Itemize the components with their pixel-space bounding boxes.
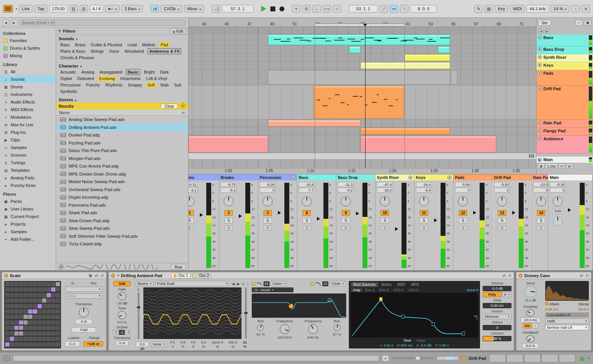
scale-cell[interactable] <box>19 282 23 286</box>
peak-level-value[interactable]: -0.30 <box>550 182 566 187</box>
gain-value[interactable]: -20 dB <box>117 301 127 305</box>
filter-tag-arpeggiated[interactable]: Arpeggiated <box>99 69 123 75</box>
fold-icon[interactable]: ▾ <box>538 35 542 39</box>
next-marker-icon[interactable]: ▶ <box>545 29 550 34</box>
track-header-rain-pad[interactable]: ▾Rain Pad <box>537 120 593 128</box>
wavetable-category-select[interactable]: Basics▾ <box>136 281 154 286</box>
zoom-height-button[interactable]: H <box>558 163 565 169</box>
scale-cell[interactable] <box>56 331 60 336</box>
scale-cell[interactable] <box>33 342 37 347</box>
scale-cell[interactable] <box>14 326 19 330</box>
scale-cell[interactable] <box>5 331 9 336</box>
tab-lfo-1[interactable]: LFO 1 <box>391 288 406 292</box>
peak-level-value[interactable]: -5.84 <box>455 182 471 187</box>
fold-icon[interactable]: ▾ <box>538 47 542 51</box>
decay-param[interactable]: Decay <box>579 302 589 306</box>
envelope-display[interactable] <box>351 293 478 337</box>
sidebar-item-audio-effects[interactable]: ∿Audio Effects <box>0 98 56 106</box>
edit-filters-button[interactable]: ▤ Edit <box>170 28 186 34</box>
filter-tag-basic[interactable]: Basic <box>126 69 140 75</box>
scale-cell[interactable] <box>14 342 19 347</box>
clip[interactable] <box>404 54 450 61</box>
clear-filters-button[interactable]: Clear <box>160 104 178 109</box>
track-lane-synth-riser[interactable] <box>188 54 536 62</box>
scale-cell[interactable] <box>10 287 14 292</box>
clip[interactable] <box>188 136 268 152</box>
pan-knob[interactable] <box>536 196 546 206</box>
re-enable-automation-button[interactable]: ○ <box>333 5 341 13</box>
scale-cell[interactable] <box>38 287 42 292</box>
nudge-down-button[interactable]: ||| <box>69 5 78 13</box>
solo-button[interactable]: S <box>537 218 545 223</box>
filter-routing-select[interactable]: -⊙- Serial ▾ <box>252 287 293 292</box>
mixer-track-title[interactable]: Keys▾ <box>414 174 453 180</box>
scale-cell[interactable] <box>33 309 37 314</box>
peak-level-value[interactable]: -9.75 <box>221 182 237 187</box>
scale-cell[interactable] <box>33 287 37 292</box>
monitor-icon[interactable]: ⊙ <box>188 225 194 230</box>
ableton-logo[interactable] <box>3 5 13 13</box>
fader-handle[interactable] <box>434 218 437 222</box>
scale-cell[interactable] <box>19 309 23 314</box>
track-lane-ambience[interactable] <box>188 135 536 153</box>
volume-value[interactable]: -0.2 <box>338 188 354 193</box>
filter-tag-stab[interactable]: Stab <box>159 82 170 88</box>
fader-handle[interactable] <box>473 211 476 215</box>
scale-cell[interactable] <box>28 315 32 319</box>
poly-mode-button[interactable]: Poly <box>483 292 501 297</box>
raw-preview-button[interactable]: Raw <box>171 264 186 270</box>
filter1-res-knob[interactable] <box>257 324 264 331</box>
set-locator-button[interactable]: Set <box>538 20 551 26</box>
metronome-button[interactable]: ●○ ▾ <box>105 5 119 13</box>
scale-cell[interactable] <box>42 331 46 336</box>
scale-cell[interactable] <box>42 282 46 286</box>
fold-icon[interactable]: ▾ <box>538 136 542 141</box>
res1-value[interactable]: 61 % <box>257 332 265 336</box>
track-activator[interactable]: 8 <box>303 210 311 216</box>
scale-cell[interactable] <box>56 309 60 314</box>
octave-0-button[interactable]: 0 <box>113 330 119 335</box>
fader-handle[interactable] <box>239 214 242 218</box>
preview-icon[interactable]: ◉ <box>58 264 64 270</box>
save-preset-icon[interactable]: ⊙ <box>101 273 104 278</box>
scale-cell[interactable] <box>24 293 28 297</box>
filter-tag-voice[interactable]: Voice <box>108 49 120 54</box>
scale-cell[interactable] <box>5 298 9 303</box>
volume-value[interactable]: -18.0 <box>377 188 393 193</box>
sidebar-item-packs[interactable]: ▣Packs <box>0 198 56 205</box>
release-value[interactable]: R2.90 s <box>435 343 449 347</box>
sidebar-item-current-project[interactable]: ▦Current Project <box>0 213 56 220</box>
scale-cell[interactable] <box>51 326 55 330</box>
scale-cell[interactable] <box>10 304 14 308</box>
freq2-value[interactable]: 640 Hz <box>307 335 318 339</box>
unfold-icon[interactable]: ▶ <box>538 158 542 162</box>
filter-tag-guitar-plucked[interactable]: Guitar & Plucked <box>90 42 124 47</box>
scale-cell[interactable] <box>28 287 32 292</box>
record-button[interactable] <box>279 6 284 11</box>
osc-level-value[interactable]: 0.0 dB <box>136 342 149 347</box>
scale-cell[interactable] <box>33 337 37 341</box>
scale-cell[interactable] <box>56 326 60 330</box>
device-on-toggle[interactable] <box>519 274 522 278</box>
loop-progress[interactable] <box>437 356 459 360</box>
scale-cell[interactable] <box>28 342 32 347</box>
peak-level-value[interactable]: -11.3 <box>338 182 354 187</box>
sidebar-item-instruments[interactable]: ◫Instruments <box>0 91 56 98</box>
list-item-slow-drown-pad-adg[interactable]: Slow Drown Pad.adg <box>56 217 188 225</box>
monitor-icon[interactable]: ⊙ <box>537 225 545 230</box>
position-slider[interactable] <box>138 292 140 339</box>
mixer-track-title[interactable]: Drums <box>188 174 219 180</box>
note-sync-icon[interactable]: ♪ <box>532 323 538 328</box>
filter-tag-sub[interactable]: Sub <box>173 82 183 88</box>
fader-handle[interactable] <box>356 212 359 215</box>
wavetable-list-icon[interactable]: ≡ <box>242 282 245 286</box>
clip[interactable] <box>451 70 457 85</box>
tab-lfo-2[interactable]: LFO 2 <box>406 288 420 292</box>
sidebar-item-punchy-kicks[interactable]: ▸Punchy Kicks <box>0 182 56 189</box>
filter-tag-evolving[interactable]: Evolving <box>98 76 116 81</box>
filter-tag-lofi-vinyl[interactable]: Lofi & Vinyl <box>145 76 168 81</box>
filter-tag-analog[interactable]: Analog <box>80 69 96 75</box>
save-preset-icon[interactable]: ⊙ <box>508 273 511 278</box>
scale-cell[interactable] <box>47 298 51 303</box>
lock-icon[interactable]: ▣ <box>584 20 591 26</box>
